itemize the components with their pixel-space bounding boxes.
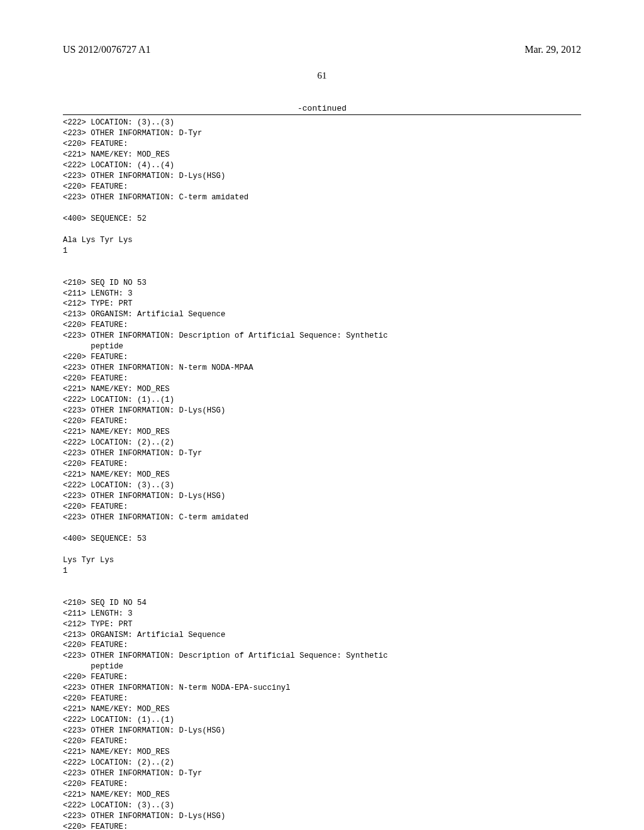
page-header: US 2012/0076727 A1 Mar. 29, 2012 xyxy=(63,44,581,55)
publication-date: Mar. 29, 2012 xyxy=(525,44,581,55)
sequence-listing-body: <222> LOCATION: (3)..(3) <223> OTHER INF… xyxy=(63,118,581,830)
patent-page: US 2012/0076727 A1 Mar. 29, 2012 61 -con… xyxy=(0,0,644,830)
page-number: 61 xyxy=(63,70,581,81)
publication-number: US 2012/0076727 A1 xyxy=(63,44,151,55)
continued-label: -continued xyxy=(63,104,581,113)
top-rule xyxy=(63,114,581,115)
